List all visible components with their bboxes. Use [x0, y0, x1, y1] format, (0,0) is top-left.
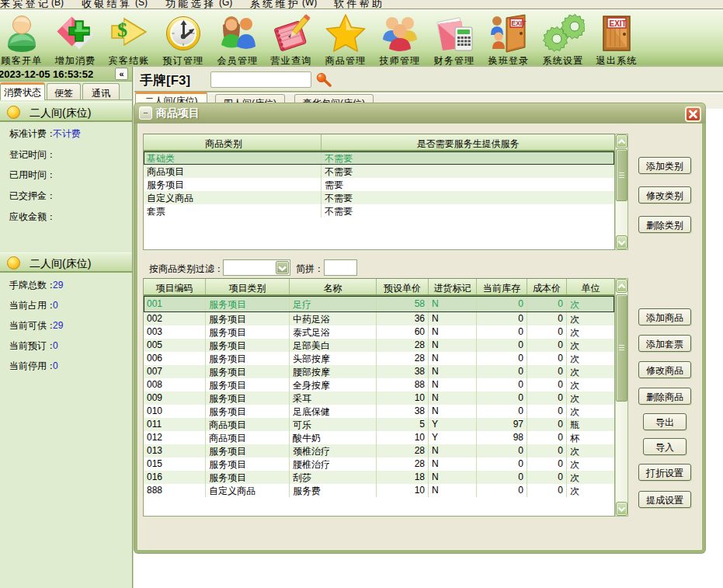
svg-text:EXIT: EXIT	[610, 19, 627, 28]
svg-text:$: $	[117, 19, 127, 41]
svg-text:EXIT: EXIT	[512, 19, 527, 27]
